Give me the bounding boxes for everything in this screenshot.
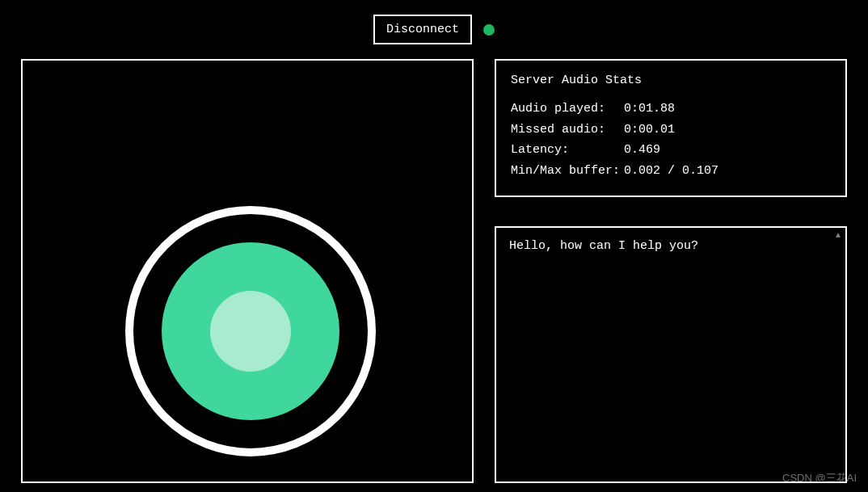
disconnect-button[interactable]: Disconnect — [373, 15, 472, 44]
stat-value: 0:01.88 — [624, 99, 675, 120]
stat-value: 0.002 / 0.107 — [624, 161, 718, 182]
stat-label: Min/Max buffer: — [511, 161, 624, 182]
status-indicator-icon — [483, 24, 495, 36]
chat-message: Hello, how can I help you? — [509, 239, 832, 253]
visualizer-inner-circle-icon — [210, 291, 291, 372]
main-area: Server Audio Stats Audio played: 0:01.88… — [0, 59, 868, 483]
stat-row-audio-played: Audio played: 0:01.88 — [511, 99, 831, 120]
stat-value: 0:00.01 — [624, 120, 675, 141]
stats-panel: Server Audio Stats Audio played: 0:01.88… — [495, 59, 847, 197]
stat-label: Latency: — [511, 140, 624, 161]
stat-value: 0.469 — [624, 140, 660, 161]
chat-panel[interactable]: ▲ Hello, how can I help you? — [495, 226, 847, 483]
scroll-up-icon[interactable]: ▲ — [836, 231, 841, 240]
stats-title: Server Audio Stats — [511, 74, 831, 87]
audio-visualizer-panel — [21, 59, 474, 483]
top-bar: Disconnect — [0, 0, 868, 59]
right-column: Server Audio Stats Audio played: 0:01.88… — [495, 59, 847, 483]
watermark: CSDN @三花AI — [782, 471, 857, 486]
stat-label: Missed audio: — [511, 120, 624, 141]
stat-label: Audio played: — [511, 99, 624, 120]
stat-row-missed-audio: Missed audio: 0:00.01 — [511, 120, 831, 141]
stat-row-latency: Latency: 0.469 — [511, 140, 831, 161]
stat-row-buffer: Min/Max buffer: 0.002 / 0.107 — [511, 161, 831, 182]
